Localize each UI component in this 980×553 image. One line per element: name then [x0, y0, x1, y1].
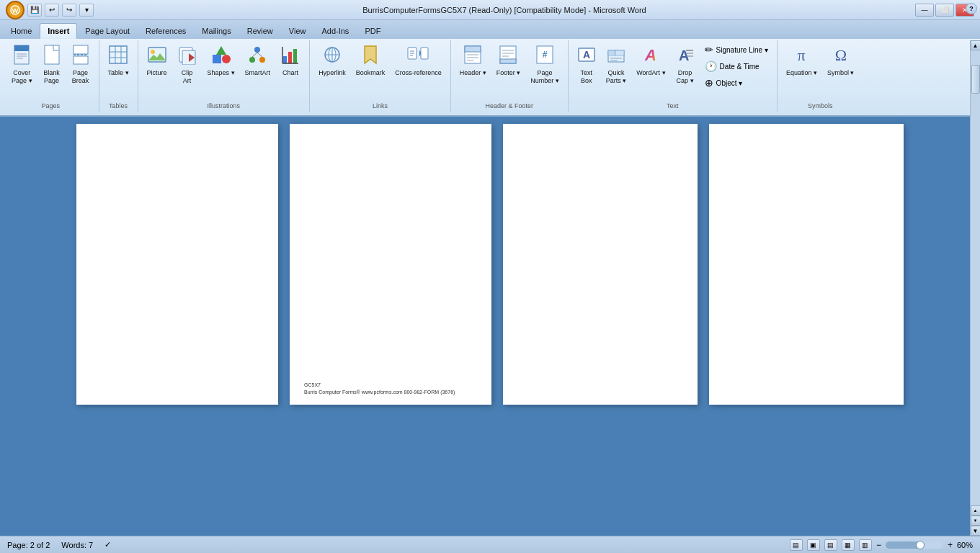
- save-qat-btn[interactable]: 💾: [27, 4, 42, 17]
- table-label: Table ▾: [108, 69, 129, 77]
- outline-btn[interactable]: ▦: [842, 539, 855, 551]
- cover-page-icon: [13, 45, 30, 68]
- pages-items: CoverPage ▾ BlankPage PageBreak: [7, 42, 94, 111]
- zoom-level: 60%: [957, 541, 973, 549]
- scroll-track[interactable]: [971, 50, 981, 505]
- tab-bar: Home Insert Page Layout References Maili…: [0, 20, 980, 39]
- drop-cap-icon: A: [676, 45, 695, 68]
- tab-add-ins[interactable]: Add-Ins: [313, 23, 357, 39]
- symbols-items: π Equation ▾ Ω Symbol ▾: [782, 42, 859, 111]
- cover-page-btn[interactable]: CoverPage ▾: [7, 42, 37, 88]
- hyperlink-btn[interactable]: Hyperlink: [314, 42, 350, 80]
- office-button[interactable]: W: [6, 1, 24, 19]
- quick-parts-btn[interactable]: QuickParts ▾: [602, 42, 631, 88]
- zoom-plus-btn[interactable]: +: [948, 540, 953, 550]
- footer-btn[interactable]: Footer ▾: [492, 42, 525, 80]
- minimize-btn[interactable]: —: [915, 4, 934, 17]
- page-break-btn[interactable]: PageBreak: [67, 42, 94, 88]
- illustrations-items: Picture ClipArt Shapes ▾: [143, 42, 306, 111]
- page-break-label: PageBreak: [72, 69, 89, 85]
- date-time-btn[interactable]: 🕐 Date & Time: [700, 58, 772, 74]
- chart-btn[interactable]: Chart: [276, 42, 305, 80]
- signature-line-label: Signature Line ▾: [716, 46, 768, 54]
- tab-review[interactable]: Review: [239, 23, 281, 39]
- tab-pdf[interactable]: PDF: [357, 23, 388, 39]
- date-time-icon: 🕐: [705, 60, 717, 72]
- equation-btn[interactable]: π Equation ▾: [782, 42, 821, 80]
- page-1: [76, 124, 278, 405]
- footer-label: Footer ▾: [496, 69, 521, 77]
- tab-view[interactable]: View: [281, 23, 314, 39]
- status-left: Page: 2 of 2 Words: 7 ✓: [7, 540, 111, 549]
- cross-reference-label: Cross-reference: [395, 69, 442, 77]
- group-pages: CoverPage ▾ BlankPage PageBreak Pages: [3, 40, 99, 112]
- scroll-page-down[interactable]: ▼: [971, 516, 981, 526]
- scroll-up-btn[interactable]: ▲: [971, 40, 981, 50]
- table-icon: [108, 45, 128, 68]
- bookmark-btn[interactable]: Bookmark: [352, 42, 390, 80]
- group-tables: Table ▾ Tables: [99, 40, 138, 112]
- title-bar: W 💾 ↩ ↪ ▾ BurrisComputerFormsGC5X7 (Read…: [0, 0, 980, 20]
- smartart-btn[interactable]: SmartArt: [241, 42, 275, 80]
- quick-parts-icon: [607, 45, 625, 68]
- zoom-thumb[interactable]: [916, 541, 925, 549]
- chart-label: Chart: [282, 69, 298, 77]
- tab-mailings[interactable]: Mailings: [194, 23, 239, 39]
- table-btn[interactable]: Table ▾: [104, 42, 133, 80]
- text-label: Text: [569, 102, 777, 109]
- equation-icon: π: [790, 45, 812, 68]
- svg-text:A: A: [644, 46, 656, 64]
- maximize-btn[interactable]: ⬜: [935, 4, 954, 17]
- blank-page-btn[interactable]: BlankPage: [38, 42, 66, 88]
- bookmark-label: Bookmark: [356, 69, 386, 77]
- ribbon-content: CoverPage ▾ BlankPage PageBreak Pages: [0, 39, 980, 115]
- page-number-btn[interactable]: # PageNumber ▾: [526, 42, 564, 88]
- tab-page-layout[interactable]: Page Layout: [77, 23, 138, 39]
- wordart-btn[interactable]: A WordArt ▾: [632, 42, 669, 80]
- tables-items: Table ▾: [104, 42, 133, 111]
- full-screen-btn[interactable]: ▣: [807, 539, 820, 551]
- print-layout-btn[interactable]: ▤: [790, 539, 803, 551]
- tab-home[interactable]: Home: [3, 23, 40, 39]
- qat-dropdown[interactable]: ▾: [79, 4, 94, 17]
- help-button[interactable]: ?: [966, 3, 977, 14]
- header-btn[interactable]: Header ▾: [455, 42, 491, 80]
- draft-btn[interactable]: ▥: [859, 539, 872, 551]
- clip-art-btn[interactable]: ClipArt: [173, 42, 202, 88]
- drop-cap-btn[interactable]: A DropCap ▾: [672, 42, 699, 88]
- picture-btn[interactable]: Picture: [143, 42, 172, 80]
- tab-references[interactable]: References: [138, 23, 194, 39]
- shapes-label: Shapes ▾: [208, 69, 235, 77]
- object-btn[interactable]: ⊕ Object ▾: [700, 75, 772, 91]
- scroll-down-btn[interactable]: ▼: [971, 526, 981, 536]
- tab-insert[interactable]: Insert: [40, 23, 77, 39]
- scroll-thumb[interactable]: [971, 65, 980, 94]
- page-number-label: PageNumber ▾: [530, 69, 559, 85]
- page-2-footer: GC5X7 Burris Computer Forms® www.pcforms…: [304, 382, 477, 396]
- header-label: Header ▾: [460, 69, 486, 77]
- equation-label: Equation ▾: [786, 69, 817, 77]
- object-icon: ⊕: [705, 77, 713, 89]
- zoom-minus-btn[interactable]: −: [876, 540, 881, 550]
- symbol-btn[interactable]: Ω Symbol ▾: [823, 42, 859, 80]
- page-number-icon: #: [535, 45, 554, 68]
- shapes-btn[interactable]: Shapes ▾: [203, 42, 239, 80]
- page-4-content: [709, 124, 904, 405]
- blank-page-icon: [43, 45, 61, 68]
- clip-art-label: ClipArt: [182, 69, 193, 85]
- zoom-slider[interactable]: [886, 541, 943, 549]
- signature-line-icon: ✏: [705, 44, 713, 55]
- scroll-page-up[interactable]: ▲: [971, 505, 981, 516]
- undo-qat-btn[interactable]: ↩: [45, 4, 59, 17]
- signature-line-btn[interactable]: ✏ Signature Line ▾: [700, 42, 772, 58]
- svg-rect-60: [615, 50, 624, 55]
- header-icon: [463, 45, 482, 68]
- web-layout-btn[interactable]: ▤: [824, 539, 837, 551]
- group-text: A TextBox QuickParts ▾ A WordArt ▾: [569, 40, 778, 112]
- text-box-btn[interactable]: A TextBox: [573, 42, 600, 88]
- window-title: BurrisComputerFormsGC5X7 (Read-Only) [Co…: [362, 6, 646, 14]
- redo-qat-btn[interactable]: ↪: [62, 4, 76, 17]
- wordart-label: WordArt ▾: [636, 69, 665, 77]
- cross-reference-btn[interactable]: Cross-reference: [391, 42, 446, 80]
- symbols-label: Symbols: [778, 102, 863, 109]
